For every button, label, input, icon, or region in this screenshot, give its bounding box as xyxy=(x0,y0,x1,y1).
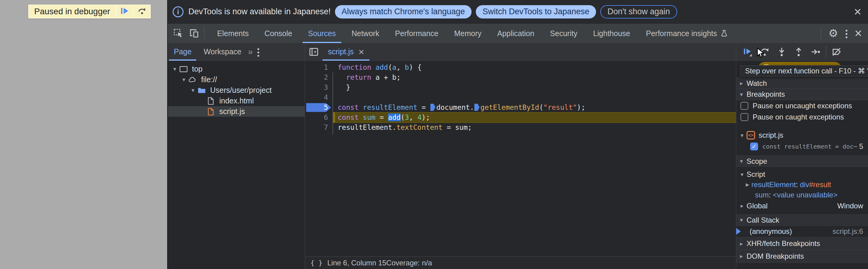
tab-performance-insights[interactable]: Performance insights xyxy=(638,24,736,43)
tree-item-users-user-project[interactable]: ▾Users/user/project xyxy=(168,85,305,96)
var-value: <value unavailable> xyxy=(773,191,838,199)
gutter-breakpoint[interactable]: 5 xyxy=(305,103,333,112)
navigator-menu-kebab-icon[interactable] xyxy=(252,46,265,58)
gutter-line-number[interactable]: 7 xyxy=(305,123,333,133)
tab-workspace[interactable]: Workspace xyxy=(197,43,247,61)
step-over-tooltip: Step over next function call - F10 - ⌘ ' xyxy=(740,65,868,77)
var-name: sum xyxy=(755,191,769,199)
tab-security[interactable]: Security xyxy=(542,24,585,43)
expand-caret-icon[interactable]: ▾ xyxy=(189,87,197,94)
gutter-line-number[interactable]: 1 xyxy=(305,62,333,73)
info-icon xyxy=(173,6,184,17)
tab-lighthouse[interactable]: Lighthouse xyxy=(585,24,638,43)
resume-script-button[interactable] xyxy=(117,5,133,18)
line-code[interactable]: resultElement.textContent = sum; xyxy=(333,123,736,133)
file-tree: ▾top▾file://▾Users/user/projectindex.htm… xyxy=(168,61,305,269)
inspect-element-icon[interactable] xyxy=(173,28,184,38)
section-xhr-breakpoints[interactable]: ▸ XHR/fetch Breakpoints xyxy=(736,237,868,250)
execution-line-code[interactable]: const sum = add(3, 4); xyxy=(333,112,736,123)
code-line-3: 3 } xyxy=(305,82,736,92)
line-code[interactable]: function add(a, b) { xyxy=(333,62,736,73)
switch-devtools-japanese-button[interactable]: Switch DevTools to Japanese xyxy=(476,5,596,19)
step-over-banner-button[interactable] xyxy=(134,5,150,18)
tree-item-file-[interactable]: ▾file:// xyxy=(168,74,305,85)
breakpoint-entry-row[interactable]: const resultElement = doc⋯ 5 xyxy=(736,141,868,152)
section-watch[interactable]: ▸ Watch xyxy=(736,78,868,89)
tab-memory[interactable]: Memory xyxy=(446,24,489,43)
scope-script-group[interactable]: ▾ Script xyxy=(736,169,868,180)
tab-performance[interactable]: Performance xyxy=(387,24,446,43)
tab-page[interactable]: Page xyxy=(168,43,197,61)
var-value: #result xyxy=(809,181,831,189)
tab-elements[interactable]: Elements xyxy=(209,24,256,43)
tree-item-top[interactable]: ▾top xyxy=(168,64,305,74)
code-token: , xyxy=(397,63,405,71)
line-code[interactable]: } xyxy=(333,82,736,92)
gutter-line-number[interactable]: 2 xyxy=(305,73,333,82)
gutter-line-number[interactable]: 6 xyxy=(305,112,333,123)
scope-group-label: Global xyxy=(747,202,768,210)
breakpoint-file-group[interactable]: ▾ <> script.js xyxy=(736,130,868,141)
step-into-icon[interactable] xyxy=(773,47,790,57)
code-area[interactable]: 1function add(a, b) {2 return a + b;3 }4… xyxy=(305,61,736,256)
gutter-line-number[interactable]: 3 xyxy=(305,82,333,92)
pause-caught-exceptions-row[interactable]: Pause on caught exceptions xyxy=(736,111,868,123)
notification-close-icon[interactable]: × xyxy=(854,5,861,18)
section-scope[interactable]: ▾ Scope xyxy=(736,156,868,167)
checkbox-unchecked[interactable] xyxy=(741,113,748,121)
section-dom-breakpoints[interactable]: ▸ DOM Breakpoints xyxy=(736,250,868,263)
tab-console[interactable]: Console xyxy=(256,24,300,43)
tab-sources[interactable]: Sources xyxy=(300,24,344,43)
deactivate-breakpoints-icon[interactable] xyxy=(828,47,845,57)
settings-gear-icon[interactable]: ⚙ xyxy=(828,27,838,40)
always-match-language-button[interactable]: Always match Chrome's language xyxy=(335,5,471,19)
line-number: 3 xyxy=(324,83,328,91)
scope-var-sum[interactable]: sum: <value unavailable> xyxy=(736,190,868,200)
code-token: = xyxy=(417,103,430,111)
line-code[interactable]: return a + b; xyxy=(333,73,736,82)
tree-item-label: Users/user/project xyxy=(210,86,272,95)
code-token: add xyxy=(376,63,388,71)
line-code[interactable] xyxy=(333,92,736,103)
tab-label: Sources xyxy=(308,29,336,38)
pretty-print-icon[interactable]: { } xyxy=(310,259,322,267)
dimmed-page-area: Paused in debugger xyxy=(0,0,167,269)
expand-caret-icon[interactable]: ▾ xyxy=(180,76,188,83)
more-options-kebab-icon[interactable] xyxy=(840,27,852,39)
hide-navigator-icon[interactable] xyxy=(309,47,319,57)
code-token: 4 xyxy=(417,113,422,121)
code-line-2: 2 return a + b; xyxy=(305,73,736,82)
more-tabs-chevron-icon[interactable]: » xyxy=(248,47,252,57)
pause-uncaught-exceptions-row[interactable]: Pause on uncaught exceptions xyxy=(736,100,868,111)
gutter-line-number[interactable]: 4 xyxy=(305,92,333,103)
inline-breakpoint-marker[interactable] xyxy=(430,104,435,111)
expand-caret-icon[interactable]: ▾ xyxy=(171,65,179,73)
step-out-icon[interactable] xyxy=(790,47,807,57)
call-stack-frame[interactable]: (anonymous) script.js:6 xyxy=(736,226,868,237)
step-icon[interactable] xyxy=(807,47,824,57)
inline-breakpoint-marker[interactable] xyxy=(474,104,479,111)
editor-tab-script-js[interactable]: script.js × xyxy=(322,43,370,61)
checkbox-label: Pause on uncaught exceptions xyxy=(753,102,852,110)
expand-caret-icon[interactable]: ▶ xyxy=(744,182,751,187)
editor-tab-close-icon[interactable]: × xyxy=(359,47,364,57)
line-code[interactable]: const resultElement = document.getElemen… xyxy=(333,103,736,112)
tree-item-index.html[interactable]: index.html xyxy=(168,96,305,106)
section-call-stack[interactable]: ▾ Call Stack xyxy=(736,214,868,226)
section-breakpoints[interactable]: ▾ Breakpoints xyxy=(736,89,868,100)
code-token: . xyxy=(470,103,474,111)
tree-item-script.js[interactable]: script.js xyxy=(168,106,305,117)
checkbox-unchecked[interactable] xyxy=(741,102,748,110)
checkbox-checked[interactable] xyxy=(750,142,758,151)
resume-script-execution-icon[interactable] xyxy=(739,47,756,57)
scope-var-resultElement[interactable]: ▶ resultElement: div#result xyxy=(736,180,868,190)
scope-global-group[interactable]: ▸ Global Window xyxy=(736,200,868,211)
tab-application[interactable]: Application xyxy=(489,24,542,43)
code-token: resultElement xyxy=(363,103,417,111)
device-toolbar-icon[interactable] xyxy=(189,28,199,38)
devtools-close-icon[interactable]: × xyxy=(855,27,862,40)
tab-network[interactable]: Network xyxy=(344,24,388,43)
tab-label: Performance insights xyxy=(646,29,717,38)
dont-show-again-button[interactable]: Don't show again xyxy=(600,5,677,19)
code-token: ) { xyxy=(409,63,422,71)
